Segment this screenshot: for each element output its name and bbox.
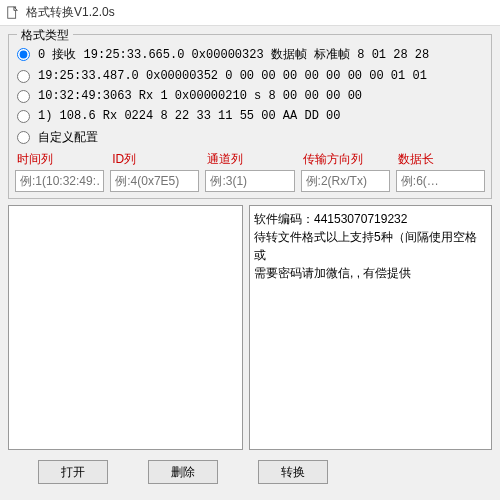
col-channel: 通道列 bbox=[205, 151, 294, 192]
format-radio-4[interactable] bbox=[17, 131, 30, 144]
format-radio-2[interactable] bbox=[17, 90, 30, 103]
format-radio-1[interactable] bbox=[17, 70, 30, 83]
col-id-input[interactable] bbox=[110, 170, 199, 192]
file-list-box[interactable] bbox=[8, 205, 243, 450]
format-text-1: 19:25:33.487.0 0x00000352 0 00 00 00 00 … bbox=[38, 69, 427, 83]
convert-button[interactable]: 转换 bbox=[258, 460, 328, 484]
col-time: 时间列 bbox=[15, 151, 104, 192]
format-text-4: 自定义配置 bbox=[38, 129, 98, 146]
col-time-label: 时间列 bbox=[15, 151, 104, 168]
col-direction-input[interactable] bbox=[301, 170, 390, 192]
format-type-group: 格式类型 0 接收 19:25:33.665.0 0x00000323 数据帧 … bbox=[8, 34, 492, 199]
format-option-3[interactable]: 1) 108.6 Rx 0224 8 22 33 11 55 00 AA DD … bbox=[15, 106, 485, 126]
window-title: 格式转换V1.2.0s bbox=[26, 4, 115, 21]
col-datalen-label: 数据长 bbox=[396, 151, 485, 168]
titlebar: 格式转换V1.2.0s bbox=[0, 0, 500, 26]
col-channel-label: 通道列 bbox=[205, 151, 294, 168]
col-id-label: ID列 bbox=[110, 151, 199, 168]
format-radio-3[interactable] bbox=[17, 110, 30, 123]
info-box: 软件编码：44153070719232 待转文件格式以上支持5种（间隔使用空格或… bbox=[249, 205, 492, 450]
col-time-input[interactable] bbox=[15, 170, 104, 192]
open-button[interactable]: 打开 bbox=[38, 460, 108, 484]
format-text-2: 10:32:49:3063 Rx 1 0x00000210 s 8 00 00 … bbox=[38, 89, 362, 103]
app-icon bbox=[6, 6, 20, 20]
content-area: 格式类型 0 接收 19:25:33.665.0 0x00000323 数据帧 … bbox=[0, 26, 500, 500]
format-text-0: 0 接收 19:25:33.665.0 0x00000323 数据帧 标准帧 8… bbox=[38, 46, 429, 63]
button-bar: 打开 删除 转换 bbox=[8, 456, 492, 492]
format-radio-0[interactable] bbox=[17, 48, 30, 61]
info-line-1: 软件编码：44153070719232 bbox=[254, 210, 487, 228]
format-text-3: 1) 108.6 Rx 0224 8 22 33 11 55 00 AA DD … bbox=[38, 109, 340, 123]
format-option-2[interactable]: 10:32:49:3063 Rx 1 0x00000210 s 8 00 00 … bbox=[15, 86, 485, 106]
middle-panes: 软件编码：44153070719232 待转文件格式以上支持5种（间隔使用空格或… bbox=[8, 205, 492, 450]
format-option-1[interactable]: 19:25:33.487.0 0x00000352 0 00 00 00 00 … bbox=[15, 66, 485, 86]
group-legend: 格式类型 bbox=[17, 27, 73, 44]
delete-button[interactable]: 删除 bbox=[148, 460, 218, 484]
info-line-3: 需要密码请加微信, , 有偿提供 bbox=[254, 264, 487, 282]
col-datalen-input[interactable] bbox=[396, 170, 485, 192]
info-line-2: 待转文件格式以上支持5种（间隔使用空格或 bbox=[254, 228, 487, 264]
col-direction: 传输方向列 bbox=[301, 151, 390, 192]
format-option-0[interactable]: 0 接收 19:25:33.665.0 0x00000323 数据帧 标准帧 8… bbox=[15, 43, 485, 66]
col-direction-label: 传输方向列 bbox=[301, 151, 390, 168]
col-channel-input[interactable] bbox=[205, 170, 294, 192]
column-config-row: 时间列 ID列 通道列 传输方向列 数据长 bbox=[15, 151, 485, 192]
app-window: 格式转换V1.2.0s 格式类型 0 接收 19:25:33.665.0 0x0… bbox=[0, 0, 500, 500]
col-datalen: 数据长 bbox=[396, 151, 485, 192]
format-option-4[interactable]: 自定义配置 bbox=[15, 126, 485, 149]
col-id: ID列 bbox=[110, 151, 199, 192]
